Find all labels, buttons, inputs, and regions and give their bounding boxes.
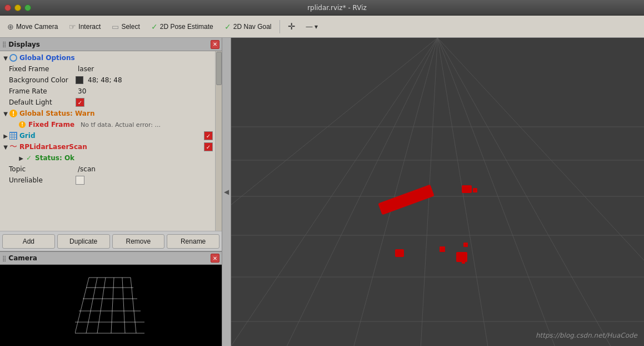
interact-button[interactable]: ☞ Interact (64, 18, 106, 35)
scan-cluster-4 (440, 246, 445, 252)
grid-label: Grid (19, 132, 64, 140)
fixed-frame-warn-label: Fixed Frame (28, 121, 78, 128)
plus-icon: ✛ (288, 21, 295, 32)
rename-button[interactable]: Rename (167, 234, 219, 249)
move-camera-button[interactable]: ⊕ Move Camera (2, 18, 63, 35)
global-status-arrow[interactable]: ▼ (2, 111, 9, 117)
scan-cluster-6 (463, 243, 468, 247)
fixed-frame-warn-value: No tf data. Actual error: ... (81, 121, 161, 128)
camera-label: Camera (8, 254, 37, 262)
pose-estimate-button[interactable]: ✓ 2D Pose Estimate (146, 18, 218, 35)
interact-label: Interact (78, 23, 101, 31)
default-light-checkbox[interactable] (76, 98, 84, 107)
nav-goal-label: 2D Nav Goal (233, 23, 272, 31)
svg-line-2 (97, 278, 106, 333)
status-ok-arrow[interactable]: ▶ (18, 155, 24, 161)
camera-header: ⣿ Camera ✕ (0, 251, 222, 265)
minus-button[interactable]: — ▾ (301, 18, 323, 35)
bg-color-key: Background Color (9, 76, 76, 84)
svg-line-0 (75, 278, 89, 333)
camera-section: ⣿ Camera ✕ (0, 251, 222, 346)
unreliable-key: Unreliable (9, 176, 76, 184)
watermark: https://blog.csdn.net/HuaCode (536, 332, 637, 339)
displays-drag-icon: ⣿ (2, 41, 6, 47)
bg-color-row: Background Color 48; 48; 48 (0, 75, 215, 86)
topic-value: /scan (78, 165, 96, 173)
global-options-icon (9, 53, 18, 62)
frame-rate-key: Frame Rate (9, 87, 76, 95)
collapse-panel-button[interactable]: ◀ (222, 38, 231, 346)
move-camera-icon: ⊕ (7, 22, 14, 31)
minimize-button[interactable] (14, 4, 21, 11)
scan-cluster-1 (462, 185, 472, 193)
status-ok-label: Status: Ok (35, 154, 79, 162)
global-status-label: Global Status: Warn (19, 110, 94, 117)
plus-button[interactable]: ✛ (283, 18, 300, 35)
global-options-arrow[interactable]: ▼ (2, 55, 9, 61)
maximize-button[interactable] (24, 4, 31, 11)
status-ok-icon: ✓ (24, 154, 33, 162)
select-icon: ▭ (112, 22, 119, 31)
fixed-frame-row: Fixed Frame laser (0, 63, 215, 75)
rp-lidar-arrow[interactable]: ▼ (2, 144, 9, 150)
window-title: rplidar.rviz* - RViz (34, 4, 640, 12)
grid-icon (9, 131, 18, 140)
fixed-frame-warn-icon: ! (18, 120, 27, 129)
bg-color-swatch[interactable] (76, 76, 83, 84)
unreliable-checkbox[interactable] (76, 176, 84, 185)
global-status-icon: ! (9, 109, 18, 118)
displays-inner: ▼ Global Options Fixed Frame laser Backg… (0, 51, 222, 231)
duplicate-button[interactable]: Duplicate (57, 234, 110, 249)
left-panel: ⣿ Displays ✕ ▼ Global Options (0, 38, 222, 346)
rp-lidar-label: RPLidarLaserScan (19, 143, 87, 151)
displays-content[interactable]: ▼ Global Options Fixed Frame laser Backg… (0, 51, 215, 231)
grid-row[interactable]: ▶ Grid (0, 130, 215, 141)
svg-rect-12 (231, 38, 644, 346)
rp-lidar-row[interactable]: ▼ 〜 RPLidarLaserScan (0, 141, 215, 152)
fixed-frame-value: laser (78, 65, 94, 73)
unreliable-row: Unreliable (0, 175, 215, 186)
displays-close-button[interactable]: ✕ (211, 40, 219, 49)
camera-close-button[interactable]: ✕ (211, 254, 219, 263)
default-light-key: Default Light (9, 98, 76, 106)
select-label: Select (121, 23, 139, 31)
remove-button[interactable]: Remove (112, 234, 165, 249)
select-button[interactable]: ▭ Select (107, 18, 144, 35)
rp-lidar-checkbox[interactable] (204, 142, 213, 151)
svg-line-3 (111, 278, 114, 333)
camera-grid-svg (75, 272, 147, 339)
global-status-row[interactable]: ▼ ! Global Status: Warn (0, 108, 215, 119)
toolbar-separator (279, 20, 280, 33)
fixed-frame-warn-row: ! Fixed Frame No tf data. Actual error: … (0, 119, 215, 130)
displays-section: ⣿ Displays ✕ ▼ Global Options (0, 38, 222, 251)
3d-view[interactable]: https://blog.csdn.net/HuaCode (231, 38, 644, 346)
svg-line-4 (122, 278, 125, 333)
bg-color-value: 48; 48; 48 (88, 76, 122, 84)
add-button[interactable]: Add (2, 234, 55, 249)
3d-grid (231, 38, 644, 346)
scroll-thumb[interactable] (216, 52, 222, 85)
nav-goal-icon: ✓ (224, 22, 231, 31)
close-button[interactable] (4, 4, 11, 11)
global-options-row[interactable]: ▼ Global Options (0, 52, 215, 63)
camera-drag-icon: ⣿ (2, 255, 6, 261)
fixed-frame-key: Fixed Frame (9, 65, 76, 73)
title-bar: rplidar.rviz* - RViz (0, 0, 644, 16)
grid-arrow[interactable]: ▶ (2, 133, 9, 139)
grid-checkbox[interactable] (204, 131, 213, 140)
scan-cluster-3 (395, 249, 404, 257)
move-camera-label: Move Camera (16, 23, 58, 31)
rp-lidar-icon: 〜 (9, 142, 18, 151)
topic-row: Topic /scan (0, 164, 215, 175)
interact-icon: ☞ (69, 22, 76, 31)
displays-scrollbar[interactable] (215, 51, 222, 231)
pose-estimate-icon: ✓ (151, 22, 158, 31)
global-options-label: Global Options (19, 54, 75, 62)
nav-goal-button[interactable]: ✓ 2D Nav Goal (219, 18, 277, 35)
displays-header-label: Displays (8, 41, 40, 48)
minus-icon: — ▾ (306, 23, 318, 31)
toolbar: ⊕ Move Camera ☞ Interact ▭ Select ✓ 2D P… (0, 16, 644, 38)
frame-rate-value: 30 (78, 87, 86, 95)
status-ok-row: ▶ ✓ Status: Ok (0, 152, 215, 164)
displays-header: ⣿ Displays ✕ (0, 38, 222, 51)
